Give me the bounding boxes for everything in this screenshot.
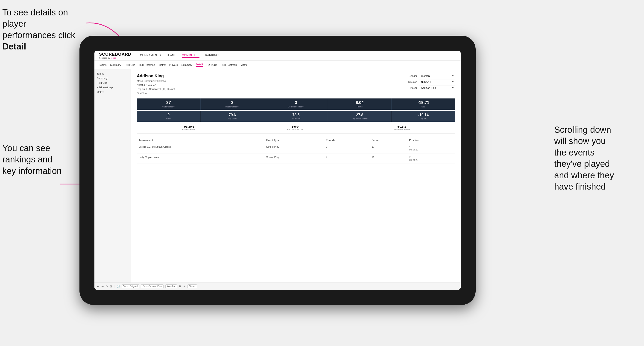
cell-position-1: 4out of 20 (407, 143, 455, 154)
tournament-table: Tournament Event Type Rounds Score Posit… (137, 137, 455, 164)
stat-wins: 0 Wins (137, 111, 200, 122)
player-region: Region 1 - Southwest (18) District (137, 87, 174, 91)
col-rounds: Rounds (324, 137, 370, 143)
stat-conference-rank: 3 Conference Rank (264, 98, 328, 110)
record-top50: 5-11-1 Record vs top 50 (394, 125, 410, 131)
stat-avg-score: 79.6 Avg Score (200, 111, 264, 122)
player-info: Addison King Mesa Community College NJCA… (137, 74, 174, 95)
player-division: NJCAA Division 1 (137, 83, 174, 87)
undo-icon[interactable]: ↩ (97, 285, 100, 288)
stat-points: 6.04 Points (328, 98, 392, 110)
expand-icon[interactable]: ⤢ (183, 285, 186, 288)
nav-items: TOURNAMENTS TEAMS COMMITTEE RANKINGS (138, 54, 220, 58)
nav-tournaments[interactable]: TOURNAMENTS (138, 54, 161, 58)
player-select[interactable]: Addison King (419, 86, 455, 90)
subnav-players[interactable]: Players (169, 63, 178, 66)
stat-avg-score-par: 27.8 Avg Score to Par (328, 111, 392, 122)
subnav-summary[interactable]: Summary (110, 63, 121, 66)
redo-icon[interactable]: ↪ (101, 285, 104, 288)
tablet-frame: SCOREBOARD Powered by clippd TOURNAMENTS… (80, 36, 476, 305)
refresh-icon[interactable]: ↻ (106, 285, 108, 288)
sub-nav: Teams Summary H2H Grid H2H Heatmap Matri… (94, 61, 461, 69)
stat-sos: -19.71 SoS (392, 98, 455, 110)
player-controls: Gender Women Division NJCAA I (404, 74, 455, 95)
division-select[interactable]: NJCAA I (419, 80, 455, 84)
bottom-toolbar: ↩ ↪ ↻ ⊡ | 🕐 View: Original Save Custom V… (94, 283, 461, 290)
stat-avg-sg: -10.14 Avg SG (392, 111, 455, 122)
table-row[interactable]: Lady Coyote Invite Stroke Play 2 16 7out… (137, 154, 455, 164)
cell-tournament-1: Estella CC- Mountain Classic (137, 143, 264, 154)
subnav-matrix[interactable]: Matrix (159, 63, 166, 66)
player-header: Addison King Mesa Community College NJCA… (137, 74, 455, 95)
sidebar-teams[interactable]: Teams (97, 71, 129, 76)
subnav-matrix2[interactable]: Matrix (240, 63, 247, 66)
stat-adj-score: 78.5 Adj Score (264, 111, 328, 122)
nav-teams[interactable]: TEAMS (166, 54, 176, 58)
cell-event-type-2: Stroke Play (264, 154, 324, 164)
nav-rankings[interactable]: RANKINGS (205, 54, 220, 58)
watch-btn[interactable]: Watch ▾ (166, 284, 177, 288)
sidebar-h2hheatmap[interactable]: H2H Heatmap (97, 85, 129, 90)
col-event-type: Event Type (264, 137, 324, 143)
col-tournament: Tournament (137, 137, 264, 143)
annotation-right: Scrolling down will show you the events … (554, 124, 642, 192)
player-label: Player (404, 86, 417, 89)
sidebar-h2hgrid[interactable]: H2H Grid (97, 81, 129, 85)
stat-national-rank: 37 National Rank (137, 98, 200, 110)
monitor-icon[interactable]: 🖥 (179, 285, 182, 288)
subnav-summary2[interactable]: Summary (182, 63, 192, 66)
sep1: | (114, 285, 115, 288)
main-content: Teams Summary H2H Grid H2H Heatmap Matri… (94, 69, 461, 283)
gender-control: Gender Women (404, 74, 455, 78)
cell-tournament-2: Lady Coyote Invite (137, 154, 264, 164)
subnav-detail[interactable]: Detail (196, 63, 203, 67)
logo-text: SCOREBOARD (99, 52, 131, 57)
clock-icon[interactable]: 🕐 (116, 285, 120, 288)
cell-rounds-1: 2 (324, 143, 370, 154)
sidebar-matrix[interactable]: Matrix (97, 90, 129, 94)
cell-score-1: 17 (370, 143, 407, 154)
cell-event-type-1: Stroke Play (264, 143, 324, 154)
record-row: 91-20-1 Overall Record 1-5-0 Record vs t… (137, 125, 455, 134)
player-name: Addison King (137, 74, 174, 78)
annotation-top-left: To see details on player performances cl… (2, 7, 80, 52)
stat-regional-rank: 3 Regional Rank (200, 98, 264, 110)
gender-label: Gender (404, 75, 417, 77)
logo-sub: Powered by clippd (99, 57, 131, 59)
player-year: First Year (137, 91, 174, 95)
subnav-h2hheatmap2[interactable]: H2H Heatmap (221, 63, 237, 66)
gender-select[interactable]: Women (419, 74, 455, 78)
annotation-bottom-left: You can see rankings and key information (2, 143, 78, 177)
stats-row2: 0 Wins 79.6 Avg Score 78.5 Adj Score 27.… (137, 111, 455, 122)
view-original-btn[interactable]: View: Original (122, 284, 139, 288)
subnav-teams[interactable]: Teams (99, 63, 106, 66)
table-row[interactable]: Estella CC- Mountain Classic Stroke Play… (137, 143, 455, 154)
col-score: Score (370, 137, 407, 143)
stats-row1: 37 National Rank 3 Regional Rank 3 Confe… (137, 98, 455, 110)
subnav-h2hgrid2[interactable]: H2H Grid (206, 63, 217, 66)
tablet-screen: SCOREBOARD Powered by clippd TOURNAMENTS… (94, 51, 461, 290)
record-top25: 1-5-0 Record vs top 25 (287, 125, 303, 131)
camera-icon[interactable]: ⊡ (110, 285, 112, 288)
left-sidebar: Teams Summary H2H Grid H2H Heatmap Matri… (94, 69, 131, 283)
share-btn[interactable]: Share (188, 284, 197, 288)
table-header-row: Tournament Event Type Rounds Score Posit… (137, 137, 455, 143)
top-nav: SCOREBOARD Powered by clippd TOURNAMENTS… (94, 51, 461, 61)
player-control: Player Addison King (404, 86, 455, 90)
division-label: Division (404, 81, 417, 83)
col-position: Position (407, 137, 455, 143)
logo-area: SCOREBOARD Powered by clippd (99, 52, 131, 59)
cell-position-2: 7out of 20 (407, 154, 455, 164)
cell-rounds-2: 2 (324, 154, 370, 164)
subnav-h2hgrid[interactable]: H2H Grid (124, 63, 135, 66)
player-college: Mesa Community College (137, 79, 174, 83)
sidebar-summary[interactable]: Summary (97, 76, 129, 81)
cell-score-2: 16 (370, 154, 407, 164)
subnav-h2hheatmap[interactable]: H2H Heatmap (139, 63, 155, 66)
player-detail: Addison King Mesa Community College NJCA… (131, 69, 461, 283)
division-control: Division NJCAA I (404, 80, 455, 84)
nav-committee[interactable]: COMMITTEE (182, 54, 200, 58)
record-overall: 91-20-1 Overall Record (182, 125, 196, 131)
save-custom-view-btn[interactable]: Save Custom View (141, 284, 164, 288)
